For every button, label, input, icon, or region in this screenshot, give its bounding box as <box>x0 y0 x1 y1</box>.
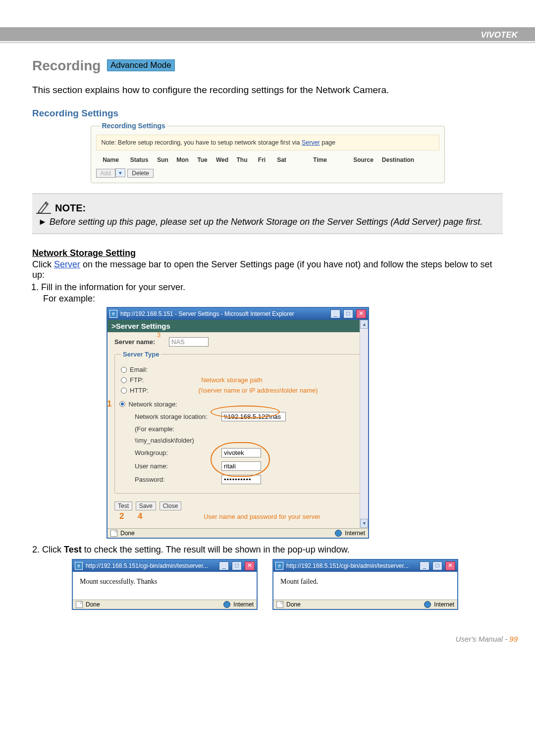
step-1: Fill in the information for your server. <box>41 282 503 293</box>
recording-settings-panel: Recording Settings Note: Before setup re… <box>91 122 445 183</box>
intro-text: This section explains how to configure t… <box>32 85 503 96</box>
scrollbar[interactable]: ▴ ▾ <box>360 320 368 528</box>
brand-label: VIVOTEK <box>0 27 535 41</box>
note-block: NOTE: ► Before setting up this page, ple… <box>32 193 503 234</box>
callout-1: 1 <box>107 399 111 409</box>
ie-icon: e <box>275 562 283 570</box>
maximize-button[interactable]: □ <box>232 561 242 570</box>
close-button[interactable]: ✕ <box>445 561 455 570</box>
globe-icon <box>335 530 342 537</box>
minimize-button[interactable]: _ <box>219 561 229 570</box>
step-2: 2. Click Test to check the setting. The … <box>32 545 503 555</box>
page-title: Recording <box>32 58 101 74</box>
popup-message-fail: Mount failed. <box>273 572 457 600</box>
server-name-label: Server name: <box>114 338 169 346</box>
server-type-legend: Server Type <box>121 351 161 358</box>
workgroup-label: Workgroup: <box>135 449 221 456</box>
username-label: User name: <box>135 462 221 470</box>
opt-email-label: Email: <box>130 366 148 373</box>
popup-fail: e http://192.168.5.151/cgi-bin/admin/tes… <box>272 559 458 610</box>
page-icon <box>110 530 117 537</box>
ns-example-value: \\my_nas\disk\folder) <box>135 437 221 444</box>
status-zone: Internet <box>233 601 254 608</box>
server-link-inline[interactable]: Server <box>302 139 320 146</box>
ns-example-label: (For example: <box>135 425 221 433</box>
server-name-input[interactable]: NAS <box>169 337 209 347</box>
titlebar: e http://192.168.5.151 - Server Settings… <box>107 308 368 320</box>
note-body-text: Before setting up this page, please set … <box>50 217 483 227</box>
status-done: Done <box>86 601 100 608</box>
radio-ftp[interactable] <box>121 377 127 383</box>
status-done: Done <box>120 530 135 537</box>
radio-http[interactable] <box>121 388 127 394</box>
for-example-label: For example: <box>43 294 503 304</box>
server-settings-window: e http://192.168.5.151 - Server Settings… <box>107 307 369 539</box>
status-zone: Internet <box>345 530 365 537</box>
ann-credentials: User name and password for your server <box>204 513 321 520</box>
test-button[interactable]: Test <box>114 502 132 510</box>
network-storage-setting-heading: Network Storage Setting <box>32 248 503 258</box>
popup-message-success: Mount successfully. Thanks <box>73 572 257 600</box>
window-title: http://192.168.5.151 - Server Settings -… <box>120 310 294 317</box>
recording-settings-legend: Recording Settings <box>100 122 167 130</box>
save-button[interactable]: Save <box>136 502 156 510</box>
close-form-button[interactable]: Close <box>160 502 182 510</box>
popup-title: http://192.168.5.151/cgi-bin/admin/tests… <box>286 562 409 569</box>
password-input[interactable]: •••••••••• <box>221 475 261 484</box>
opt-ftp-label: FTP: <box>130 376 144 384</box>
maximize-button[interactable]: □ <box>343 309 353 318</box>
delete-button[interactable]: Delete <box>127 169 154 178</box>
server-type-fieldset: Server Type Email: FTP: Network storage … <box>114 351 361 494</box>
scroll-down-icon[interactable]: ▾ <box>360 519 368 528</box>
bullet-arrow-icon: ► <box>38 217 47 227</box>
globe-icon <box>424 601 431 608</box>
password-label: Password: <box>135 476 221 483</box>
schedule-header-row: Name Status Sun Mon Tue Wed Thu Fri Sat … <box>96 155 439 164</box>
scroll-up-icon[interactable]: ▴ <box>360 320 368 329</box>
opt-http-label: HTTP: <box>130 387 149 394</box>
maximize-button[interactable]: □ <box>432 561 442 570</box>
ns-location-label: Network storage location: <box>135 413 221 420</box>
globe-icon <box>223 601 230 608</box>
note-pen-icon <box>36 199 51 214</box>
page-icon <box>76 601 83 608</box>
add-button[interactable]: Add <box>96 169 115 178</box>
status-bar: Done Internet <box>107 528 368 538</box>
workgroup-input[interactable]: vivotek <box>221 448 261 457</box>
section-subhead: Recording Settings <box>32 108 503 119</box>
radio-network-storage[interactable] <box>119 401 125 407</box>
server-link[interactable]: Server <box>54 259 80 269</box>
ann-path2: (\\server name or IP address\folder name… <box>199 387 318 394</box>
server-settings-heading: >Server Settings <box>107 320 368 332</box>
ie-icon: e <box>75 562 83 570</box>
page-footer: User's Manual - 99 <box>0 620 535 655</box>
add-dropdown-icon[interactable]: ▾ <box>115 168 125 177</box>
opt-ns-label: Network storage: <box>128 401 177 408</box>
ns-location-input[interactable]: \\192.168.5.122\nas <box>221 412 286 421</box>
page-icon <box>276 601 283 608</box>
status-done: Done <box>286 601 301 608</box>
minimize-button[interactable]: _ <box>420 561 429 570</box>
note-title: NOTE: <box>55 202 86 214</box>
status-zone: Internet <box>434 601 454 608</box>
callout-4: 4 <box>138 511 142 521</box>
radio-email[interactable] <box>121 367 127 373</box>
popup-title: http://192.168.5.151/cgi-bin/admin/tests… <box>86 562 208 569</box>
ann-path1: Network storage path <box>201 376 263 384</box>
callout-2: 2 <box>119 511 124 521</box>
minimize-button[interactable]: _ <box>330 309 340 318</box>
close-button[interactable]: ✕ <box>356 309 366 318</box>
mode-badge: Advanced Mode <box>107 59 175 71</box>
popup-success: e http://192.168.5.151/cgi-bin/admin/tes… <box>72 559 258 610</box>
close-button[interactable]: ✕ <box>245 561 255 570</box>
nss-instruction: Click Server on the message bar to open … <box>32 259 503 280</box>
username-input[interactable]: ritali <box>221 461 261 471</box>
ie-icon: e <box>109 310 117 318</box>
prerequisite-note: Note: Before setup recording, you have t… <box>96 135 439 151</box>
